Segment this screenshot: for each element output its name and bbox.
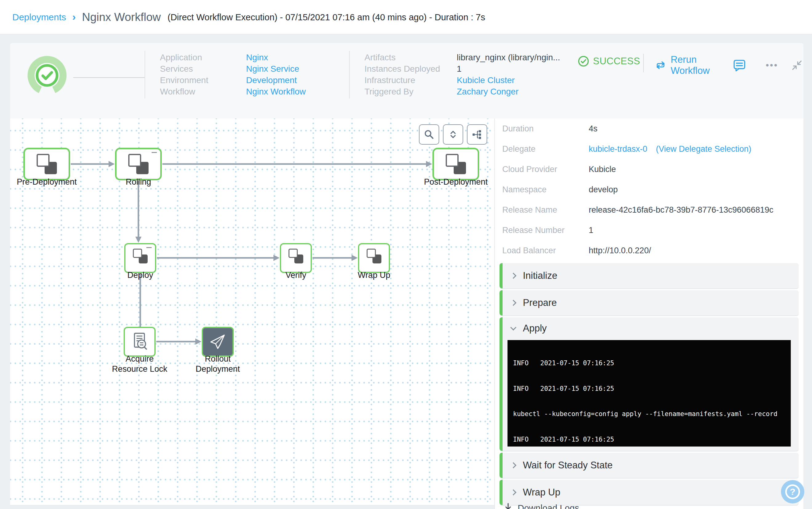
node-deploy[interactable] [124,243,156,273]
application-link[interactable]: Nginx [246,53,306,63]
header-divider [145,51,145,99]
detail-row-release-number: Release Number 1 [502,220,798,240]
header-divider [643,54,644,72]
services-link[interactable]: Nginx Service [246,64,306,74]
step-prepare: Prepare [500,290,799,316]
chevron-right-icon [510,273,516,279]
log-line: kubectl --kubeconfig=config apply --file… [513,410,785,418]
view-delegate-selection-link[interactable]: (View Delegate Selection) [656,144,751,154]
deployment-meta-right: Artifacts library_nginx (library/ngin...… [365,52,560,97]
step-apply-header[interactable]: Apply [500,317,799,339]
step-status-bar [500,317,503,451]
collapse-arrows-icon [790,59,803,72]
node-label: Verify [286,270,306,280]
node-label: Deploy [127,270,153,280]
canvas-horizontal-scrollbar[interactable] [10,505,494,509]
node-label: Rollout Deployment [196,354,240,374]
meta-label: Infrastructure [365,75,457,85]
node-label: Post-Deployment [424,177,487,187]
artifacts-value: library_nginx (library/ngin... [457,53,560,63]
header-divider [349,51,350,99]
graph-layout-button[interactable] [467,124,487,145]
breadcrumb-chevron-icon: › [72,11,76,23]
chevron-right-icon [510,462,516,468]
phase-squares-icon [289,249,303,264]
rerun-workflow-button[interactable]: Rerun Workflow [655,54,726,76]
page-title: Nginx Workflow [82,11,160,24]
detail-row-load-balancer: Load Balancer http://10.0.0.220/ [502,240,798,261]
node-label: Rolling [126,177,151,187]
meta-label: Application [160,53,246,63]
infrastructure-link[interactable]: Kubicle Cluster [457,75,560,85]
step-initialize-header[interactable]: Initialize [500,263,799,289]
help-button[interactable]: ? [781,480,804,504]
meta-label: Instances Deployed [365,64,457,74]
node-wrap-up[interactable] [358,243,390,273]
node-rollout-deployment[interactable] [202,327,234,357]
step-status-bar [500,263,503,289]
detail-row-delegate: Delegate kubicle-trdasx-0(View Delegate … [502,139,798,159]
more-options-button[interactable]: ••• [766,60,778,70]
step-status-bar [500,480,503,505]
node-label: Wrap Up [358,270,390,280]
node-label: Acquire Resource Lock [112,354,167,374]
header-actions: Rerun Workflow ••• [655,54,803,76]
graph-zoom-search-button[interactable] [419,124,439,145]
step-prepare-header[interactable]: Prepare [500,290,799,315]
breadcrumb: Deployments › Nginx Workflow (Direct Wor… [12,0,485,34]
execution-subtitle: (Direct Workflow Execution) - 07/15/2021… [168,12,485,23]
header-connector-line [73,77,145,78]
log-line: INFO 2021-07-15 07:16:25 [513,359,785,368]
chevron-down-icon [510,325,516,331]
tree-layout-icon [472,129,483,140]
check-circle-icon [578,56,589,67]
phase-squares-icon [133,249,148,264]
execution-header: Application Nginx Services Nginx Service… [10,43,803,118]
load-balancer-link[interactable]: http://10.0.0.220/ [589,246,798,256]
step-apply: Apply INFO 2021-07-15 07:16:25 INFO 2021… [500,317,799,451]
chevron-right-icon [510,489,516,496]
collapse-node-handle[interactable] [152,152,157,153]
node-rolling[interactable] [115,148,162,180]
breadcrumb-deployments-link[interactable]: Deployments [12,12,66,23]
node-verify[interactable] [280,243,312,273]
node-acquire-resource-lock[interactable] [124,327,156,357]
phase-squares-icon [128,154,149,174]
status-text: SUCCESS [593,56,640,67]
meta-label: Triggered By [365,87,457,97]
graph-toolbar [419,124,487,145]
step-wait-header[interactable]: Wait for Steady State [500,453,799,478]
collapse-panel-button[interactable] [790,59,803,72]
comment-icon [732,59,746,72]
instances-deployed-value: 1 [457,64,560,74]
detail-row-release-name: Release Name release-42c16fa6-bc78-39b7-… [502,200,798,220]
workflow-connectors [10,118,494,509]
comment-button[interactable] [732,59,746,72]
workflow-success-icon [27,56,67,95]
graph-expand-collapse-button[interactable] [443,124,463,145]
node-post-deployment[interactable] [433,148,479,180]
rerun-icon [655,59,666,71]
detail-row-namespace: Namespace develop [502,179,798,200]
chevron-right-icon [510,300,516,306]
log-line: INFO 2021-07-15 07:16:25 [513,385,785,393]
delegate-link[interactable]: kubicle-trdasx-0 [589,144,648,154]
download-icon [504,503,513,509]
triggered-by-link[interactable]: Zachary Conger [457,87,560,97]
workflow-link[interactable]: Nginx Workflow [246,87,306,97]
rerun-workflow-label: Rerun Workflow [670,54,726,76]
detail-row-duration: Duration 4s [502,118,798,139]
environment-link[interactable]: Development [246,75,306,85]
step-wrap-up-header[interactable]: Wrap Up [500,480,799,505]
top-bar: Deployments › Nginx Workflow (Direct Wor… [0,0,812,34]
meta-label: Services [160,64,246,74]
download-logs-button[interactable]: Download Logs [504,503,579,509]
step-details-panel: Duration 4s Delegate kubicle-trdasx-0(Vi… [494,118,803,509]
document-search-icon [128,331,151,353]
node-pre-deployment[interactable] [23,148,70,180]
question-mark-icon: ? [785,484,800,499]
search-icon [423,129,435,140]
step-status-bar [500,290,503,315]
meta-label: Environment [160,75,246,85]
collapse-node-handle[interactable] [146,247,152,248]
